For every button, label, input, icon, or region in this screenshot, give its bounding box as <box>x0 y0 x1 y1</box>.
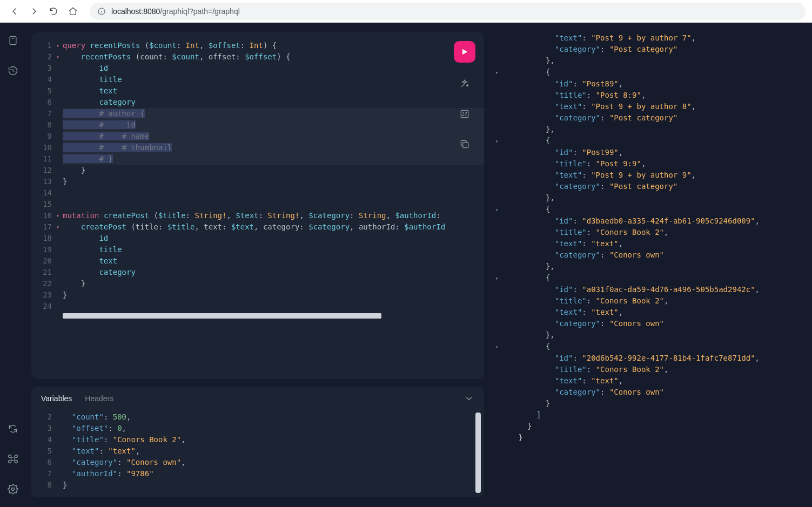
info-icon <box>97 7 106 16</box>
variables-line[interactable]: 5 "text": "text", <box>31 445 484 457</box>
editor-line[interactable]: 17▾ createPost (title: $title, text: $te… <box>31 221 484 233</box>
history-icon[interactable] <box>5 63 21 79</box>
editor-line[interactable]: 5 text <box>31 85 484 97</box>
variables-line[interactable]: 4 "title": "Conors Book 2", <box>31 434 484 445</box>
merge-icon[interactable] <box>455 105 474 123</box>
back-button[interactable] <box>6 3 23 19</box>
editor-line[interactable]: 8 # id <box>31 119 484 131</box>
response-line: "text": "Post 9 + by author 7", <box>495 32 802 44</box>
response-line: "id": "Post89", <box>495 78 802 90</box>
editor-line[interactable]: 12 } <box>31 165 484 176</box>
response-line: "id": "Post99", <box>495 147 802 158</box>
execute-button[interactable] <box>454 41 475 63</box>
reload-button[interactable] <box>45 3 62 19</box>
response-line: "title": "Conors Book 2", <box>495 364 802 375</box>
address-bar[interactable]: localhost:8080/graphiql?path=/graphql <box>90 3 806 20</box>
response-line: "title": "Conors Book 2", <box>495 295 802 307</box>
variables-panel: Variables Headers 2 "count": 500,3 "offs… <box>31 387 484 497</box>
response-line: "text": "text", <box>495 307 802 318</box>
editor-line[interactable]: 2▾ recentPosts (count: $count, offset: $… <box>31 51 484 63</box>
response-line: "title": "Post 8:9", <box>495 90 802 101</box>
svg-point-5 <box>12 488 15 491</box>
response-line: }, <box>495 329 802 341</box>
response-line: ▾ { <box>495 272 802 284</box>
response-line: "category": "Conors own" <box>495 318 802 329</box>
editor-line[interactable]: 21 category <box>31 267 484 278</box>
editor-line[interactable]: 22 } <box>31 278 484 289</box>
graphiql-app: 1▾query recentPosts ($count: Int, $offse… <box>0 23 812 507</box>
response-line: "category": "Post category" <box>495 112 802 124</box>
copy-icon[interactable] <box>455 135 474 153</box>
response-line: "id": "d3baedb0-a335-424f-ab61-905c9246d… <box>495 215 802 227</box>
editor-line[interactable]: 18 id <box>31 233 484 244</box>
response-line: "category": "Conors own" <box>495 249 802 261</box>
editor-line[interactable]: 11 # } <box>31 153 484 165</box>
editor-line[interactable]: 20 text <box>31 255 484 267</box>
response-line: "id": "a031f0ac-da59-4d76-a496-505b5ad29… <box>495 284 802 295</box>
url-host: localhost:8080 <box>111 7 160 16</box>
variables-line[interactable]: 3 "offset": 0, <box>31 423 484 434</box>
editor-line[interactable]: 1▾query recentPosts ($count: Int, $offse… <box>31 40 484 51</box>
response-line: } <box>495 432 802 443</box>
editor-line[interactable]: 19 title <box>31 244 484 255</box>
home-button[interactable] <box>65 3 81 19</box>
variables-line[interactable]: 6 "category": "Conors own", <box>31 457 484 468</box>
response-line: "text": "text", <box>495 375 802 387</box>
docs-icon[interactable] <box>5 32 21 49</box>
editor-line[interactable]: 24 <box>31 301 484 312</box>
prettify-icon[interactable] <box>455 75 474 93</box>
browser-toolbar: localhost:8080/graphiql?path=/graphql <box>0 0 812 23</box>
response-line: "category": "Post category" <box>495 181 802 192</box>
editor-line[interactable]: 15 <box>31 199 484 210</box>
response-line: ▾ { <box>495 341 802 353</box>
refetch-icon[interactable] <box>5 421 21 437</box>
editor-line[interactable]: 13} <box>31 176 484 187</box>
editor-line[interactable]: 4 title <box>31 74 484 85</box>
response-line: ▾ { <box>495 204 802 215</box>
editor-line[interactable]: 23} <box>31 289 484 301</box>
response-line: "title": "Conors Book 2", <box>495 227 802 238</box>
svg-rect-3 <box>10 37 16 45</box>
settings-icon[interactable] <box>5 481 21 497</box>
variables-line[interactable]: 7 "authorId": "9786" <box>31 468 484 479</box>
response-line: "title": "Post 9:9", <box>495 158 802 170</box>
response-line: ▾ { <box>495 66 802 78</box>
svg-rect-7 <box>463 143 468 148</box>
forward-button[interactable] <box>26 3 42 19</box>
horizontal-scrollbar[interactable] <box>63 312 477 320</box>
response-line: }, <box>495 261 802 272</box>
variables-editor[interactable]: 2 "count": 500,3 "offset": 0,4 "title": … <box>31 408 484 497</box>
response-line: "category": "Conors own" <box>495 387 802 398</box>
response-line: ] <box>495 409 802 421</box>
vertical-scrollbar[interactable] <box>475 413 481 493</box>
shortcuts-icon[interactable] <box>5 451 21 467</box>
response-line: "category": "Post category" <box>495 44 802 55</box>
response-line: "text": "text", <box>495 238 802 249</box>
response-line: } <box>495 398 802 409</box>
url-path: /graphiql?path=/graphql <box>160 7 240 16</box>
variables-line[interactable]: 2 "count": 500, <box>31 411 484 423</box>
editor-line[interactable]: 14 <box>31 187 484 199</box>
left-sidebar <box>0 23 26 507</box>
query-editor[interactable]: 1▾query recentPosts ($count: Int, $offse… <box>31 32 484 379</box>
editor-line[interactable]: 6 category <box>31 97 484 108</box>
tab-variables[interactable]: Variables <box>41 394 72 403</box>
response-line: } <box>495 421 802 432</box>
tab-headers[interactable]: Headers <box>85 394 113 403</box>
response-line: }, <box>495 124 802 135</box>
response-line: }, <box>495 55 802 66</box>
editor-line[interactable]: 7 # author { <box>31 108 484 119</box>
response-line: ▾ { <box>495 135 802 147</box>
variables-line[interactable]: 8} <box>31 479 484 491</box>
response-line: }, <box>495 192 802 204</box>
editor-line[interactable]: 9 # # name <box>31 131 484 142</box>
editor-line[interactable]: 10 # # thumbnail <box>31 142 484 153</box>
svg-rect-6 <box>461 110 468 117</box>
response-panel[interactable]: "text": "Post 9 + by author 7", "categor… <box>489 23 812 507</box>
response-line: "text": "Post 9 + by author 8", <box>495 101 802 112</box>
query-editor-panel: 1▾query recentPosts ($count: Int, $offse… <box>31 32 484 379</box>
editor-line[interactable]: 16▾mutation createPost ($title: String!,… <box>31 210 484 221</box>
editor-line[interactable]: 3 id <box>31 63 484 74</box>
chevron-down-icon[interactable] <box>464 393 474 404</box>
response-line: "id": "20d6b542-992e-4177-81b4-1fafc7e87… <box>495 353 802 364</box>
